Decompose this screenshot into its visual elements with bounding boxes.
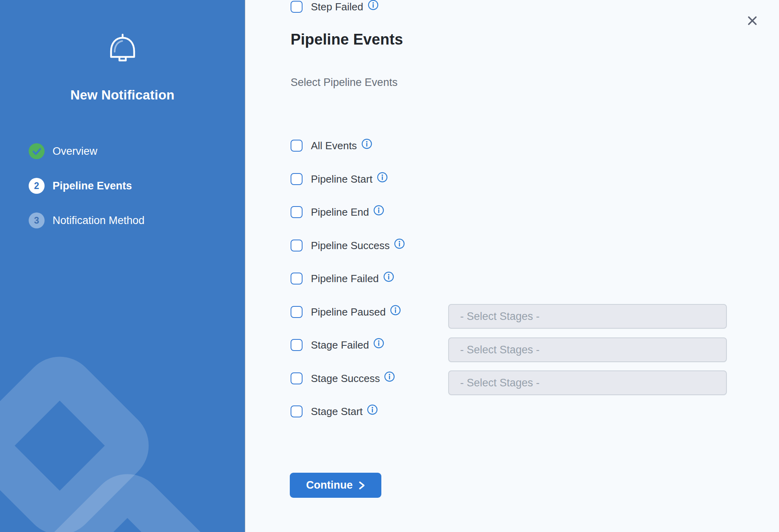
- event-label: All Events: [311, 140, 357, 152]
- checkbox-stage-failed[interactable]: [291, 339, 303, 351]
- close-icon: [746, 14, 759, 27]
- event-label: Stage Success: [311, 372, 380, 385]
- step-complete-check-icon: [29, 143, 45, 159]
- event-row-pipeline-end: Pipeline End: [291, 205, 384, 219]
- select-stages-dropdown-stage-failed[interactable]: - Select Stages -: [448, 304, 727, 329]
- select-placeholder: - Select Stages -: [460, 377, 540, 389]
- event-row-pipeline-success: Pipeline Success: [291, 239, 405, 252]
- select-stages-dropdown-stage-success[interactable]: - Select Stages -: [448, 337, 727, 362]
- event-row-stage-success: Stage Success: [291, 372, 395, 385]
- event-row-stage-failed: Stage Failed: [291, 338, 384, 352]
- pipeline-events-panel: Pipeline Events Select Pipeline Events A…: [245, 0, 779, 532]
- step-overview[interactable]: Overview: [29, 143, 144, 159]
- checkbox-pipeline-paused[interactable]: [291, 306, 303, 318]
- step-pipeline-events[interactable]: 2 Pipeline Events: [29, 178, 144, 194]
- continue-button[interactable]: Continue: [290, 473, 381, 498]
- info-icon[interactable]: [373, 338, 384, 349]
- page-title: Pipeline Events: [291, 31, 403, 48]
- event-row-all-events: All Events: [291, 139, 372, 152]
- event-label: Pipeline Paused: [311, 306, 386, 318]
- info-icon[interactable]: [367, 404, 378, 415]
- checkbox-all-events[interactable]: [291, 140, 303, 152]
- wizard-title: New Notification: [0, 88, 245, 103]
- new-notification-modal: New Notification Overview 2 Pipeline Eve…: [0, 0, 779, 532]
- event-label: Pipeline Failed: [311, 273, 379, 285]
- checkbox-pipeline-success[interactable]: [291, 240, 303, 251]
- checkbox-step-failed[interactable]: [291, 1, 303, 13]
- step-label: Notification Method: [53, 214, 144, 227]
- bell-icon: [107, 33, 138, 66]
- info-icon[interactable]: [368, 0, 379, 10]
- info-icon[interactable]: [384, 371, 395, 382]
- chevron-right-icon: [359, 481, 365, 490]
- continue-label: Continue: [306, 479, 353, 491]
- wizard-steps: Overview 2 Pipeline Events 3 Notificatio…: [29, 143, 144, 247]
- wizard-sidebar: New Notification Overview 2 Pipeline Eve…: [0, 0, 245, 532]
- event-label: Step Failed: [311, 1, 363, 13]
- step-notification-method[interactable]: 3 Notification Method: [29, 212, 144, 228]
- info-icon[interactable]: [383, 271, 394, 282]
- step-label: Overview: [53, 145, 98, 158]
- select-placeholder: - Select Stages -: [460, 310, 540, 323]
- info-icon[interactable]: [373, 205, 384, 216]
- close-button[interactable]: [744, 12, 761, 29]
- checkbox-pipeline-failed[interactable]: [291, 273, 303, 285]
- checkbox-pipeline-end[interactable]: [291, 206, 303, 218]
- event-label: Pipeline End: [311, 206, 369, 218]
- section-subtitle: Select Pipeline Events: [291, 76, 398, 89]
- event-label: Pipeline Success: [311, 240, 390, 252]
- event-row-pipeline-failed: Pipeline Failed: [291, 272, 394, 285]
- checkbox-stage-start[interactable]: [291, 405, 303, 417]
- select-placeholder: - Select Stages -: [460, 344, 540, 356]
- event-row-stage-start: Stage Start: [291, 405, 378, 418]
- info-icon[interactable]: [394, 238, 405, 249]
- checkbox-pipeline-start[interactable]: [291, 173, 303, 185]
- step-number-badge: 2: [29, 178, 45, 194]
- event-row-step-failed: Step Failed: [291, 0, 379, 14]
- info-icon[interactable]: [361, 138, 372, 149]
- info-icon[interactable]: [377, 172, 388, 183]
- info-icon[interactable]: [390, 305, 401, 316]
- event-row-pipeline-paused: Pipeline Paused: [291, 305, 401, 319]
- event-label: Stage Failed: [311, 339, 369, 351]
- event-label: Pipeline Start: [311, 173, 373, 185]
- checkbox-stage-success[interactable]: [291, 372, 303, 384]
- select-stages-dropdown-stage-start[interactable]: - Select Stages -: [448, 370, 727, 395]
- event-label: Stage Start: [311, 405, 363, 418]
- event-row-pipeline-start: Pipeline Start: [291, 172, 388, 186]
- step-label: Pipeline Events: [53, 180, 132, 192]
- step-number-badge: 3: [29, 212, 45, 228]
